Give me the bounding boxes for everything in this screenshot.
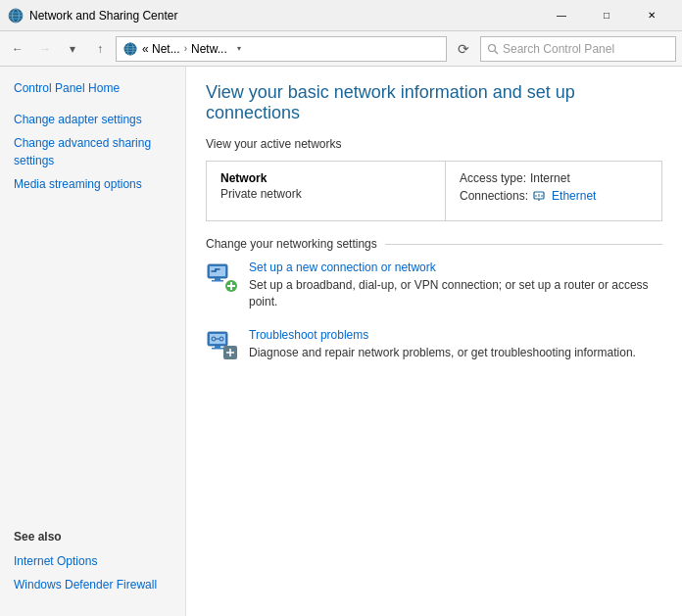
minimize-button[interactable]: — xyxy=(539,0,584,31)
troubleshoot-desc: Diagnose and repair network problems, or… xyxy=(249,346,636,359)
action-troubleshoot: Troubleshoot problems Diagnose and repai… xyxy=(206,328,662,361)
page-title: View your basic network information and … xyxy=(206,82,662,123)
window-controls: — □ ✕ xyxy=(539,0,674,31)
svg-line-11 xyxy=(495,51,498,54)
main-container: Control Panel Home Change adapter settin… xyxy=(0,67,682,616)
connections-label: Connections: xyxy=(460,189,528,203)
svg-rect-30 xyxy=(212,348,223,350)
breadcrumb-item-1: « Net... xyxy=(142,42,180,56)
action1-content: Set up a new connection or network Set u… xyxy=(249,261,662,310)
title-bar: Network and Sharing Center — □ ✕ xyxy=(0,0,682,31)
forward-button[interactable]: → xyxy=(33,37,57,61)
network-info-box: Network Private network Access type: Int… xyxy=(206,161,662,221)
search-box[interactable]: Search Control Panel xyxy=(480,36,676,62)
breadcrumb-icon xyxy=(122,41,138,57)
change-settings-label: Change your networking settings xyxy=(206,237,662,251)
network-left: Network Private network xyxy=(207,162,446,220)
connections-row: Connections: Ethernet xyxy=(460,189,648,203)
change-settings-text: Change your networking settings xyxy=(206,237,377,251)
new-connection-icon xyxy=(206,261,237,292)
network-right: Access type: Internet Connections: xyxy=(446,162,661,220)
new-connection-desc: Set up a broadband, dial-up, or VPN conn… xyxy=(249,278,649,308)
search-icon xyxy=(487,43,499,55)
breadcrumb-separator: › xyxy=(184,43,187,54)
see-also-label: See also xyxy=(14,530,171,544)
access-type-value: Internet xyxy=(530,171,570,185)
recent-button[interactable]: ▾ xyxy=(61,37,84,61)
address-breadcrumb: « Net... › Netw... ▾ xyxy=(116,36,447,62)
content-area: View your basic network information and … xyxy=(186,67,682,616)
sidebar-item-change-adapter[interactable]: Change adapter settings xyxy=(0,108,185,131)
access-type-label: Access type: xyxy=(460,171,526,185)
address-bar: ← → ▾ ↑ « Net... › Netw... ▾ ⟳ Search Co… xyxy=(0,31,682,67)
close-button[interactable]: ✕ xyxy=(629,0,674,31)
svg-rect-19 xyxy=(215,278,220,280)
ethernet-link[interactable]: Ethernet xyxy=(552,189,596,203)
app-icon xyxy=(8,8,24,24)
access-type-row: Access type: Internet xyxy=(460,171,648,185)
search-placeholder: Search Control Panel xyxy=(503,42,614,56)
sidebar-item-media-streaming[interactable]: Media streaming options xyxy=(0,172,185,196)
window-title: Network and Sharing Center xyxy=(29,9,539,23)
network-type: Private network xyxy=(220,187,431,201)
action-new-connection: Set up a new connection or network Set u… xyxy=(206,261,662,310)
breadcrumb-item-2: Netw... xyxy=(191,42,227,56)
back-button[interactable]: ← xyxy=(6,37,29,61)
sidebar-item-advanced-sharing[interactable]: Change advanced sharing settings xyxy=(0,131,185,172)
network-info-row: Network Private network Access type: Int… xyxy=(207,162,661,220)
breadcrumb-dropdown-button[interactable]: ▾ xyxy=(231,36,247,62)
sidebar-item-control-panel-home[interactable]: Control Panel Home xyxy=(0,76,185,100)
up-button[interactable]: ↑ xyxy=(88,37,112,61)
sidebar-item-internet-options[interactable]: Internet Options xyxy=(14,549,171,573)
network-name: Network xyxy=(220,171,431,185)
troubleshoot-icon xyxy=(206,328,237,359)
action2-content: Troubleshoot problems Diagnose and repai… xyxy=(249,328,662,361)
ethernet-icon xyxy=(532,189,546,203)
sidebar-item-windows-firewall[interactable]: Windows Defender Firewall xyxy=(14,573,171,596)
svg-point-10 xyxy=(489,44,496,51)
new-connection-link[interactable]: Set up a new connection or network xyxy=(249,261,662,274)
maximize-button[interactable]: □ xyxy=(584,0,629,31)
refresh-button[interactable]: ⟳ xyxy=(451,36,476,62)
sidebar-bottom: See also Internet Options Windows Defend… xyxy=(0,520,185,606)
troubleshoot-link[interactable]: Troubleshoot problems xyxy=(249,328,662,342)
svg-rect-20 xyxy=(212,280,223,282)
active-networks-label: View your active networks xyxy=(206,137,662,151)
sidebar: Control Panel Home Change adapter settin… xyxy=(0,67,186,616)
svg-rect-29 xyxy=(215,346,220,348)
